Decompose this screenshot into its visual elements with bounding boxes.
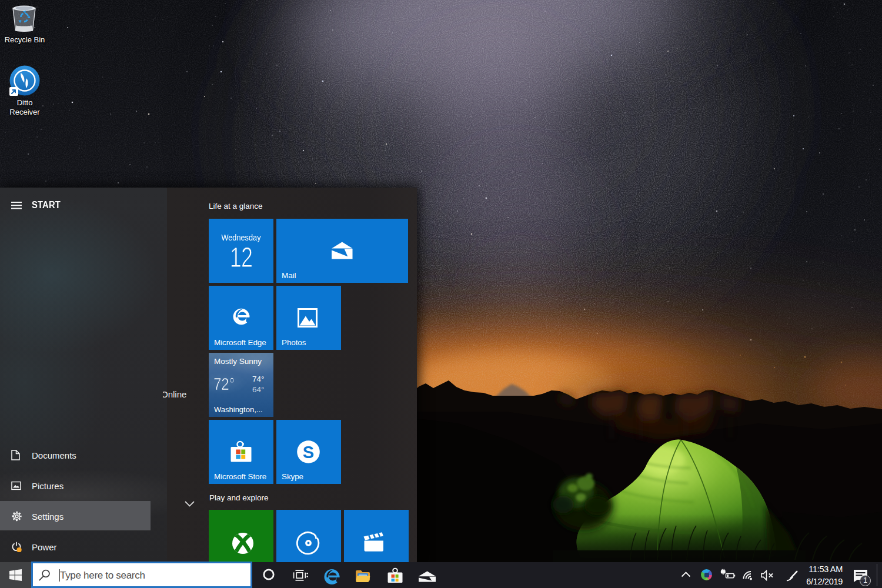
- svg-text:S: S: [303, 443, 314, 462]
